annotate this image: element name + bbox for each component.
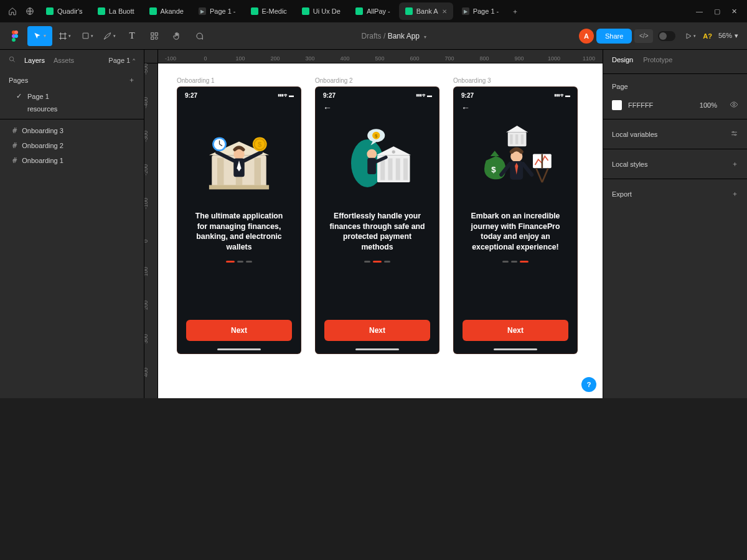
layer-name: Onboarding 1 (22, 157, 63, 164)
status-indicators-icon: ▮▮▮ ᯤ ▬ (554, 93, 570, 98)
browser-tab[interactable]: La Buott (92, 2, 141, 20)
tab-favicon-icon (302, 7, 309, 15)
artboard-frame[interactable]: 9:27 ▮▮▮ ᯤ ▬ ← $ Effortlessly handle you… (315, 86, 439, 354)
browser-tab[interactable]: Quadir's (40, 2, 89, 20)
svg-point-5 (12, 38, 16, 42)
tab-design[interactable]: Design (612, 56, 633, 63)
onboarding-illustration: $ (316, 114, 439, 207)
next-button[interactable]: Next (324, 320, 430, 341)
browser-tab[interactable]: ▶ Page 1 - (192, 2, 242, 20)
tab-label: Quadir's (57, 7, 83, 15)
next-button[interactable]: Next (186, 320, 292, 341)
artboard-frame[interactable]: 9:27 ▮▮▮ ᯤ ▬ ← $ Embark on an incredible… (453, 86, 578, 354)
present-button[interactable]: ▾ (680, 26, 700, 46)
visibility-toggle-icon[interactable] (730, 100, 738, 110)
page-item[interactable]: ✓ Page 1 (0, 90, 144, 103)
new-tab-button[interactable]: ＋ (507, 4, 522, 19)
settings-sliders-icon[interactable] (730, 129, 738, 139)
missing-fonts-icon[interactable]: A? (703, 32, 712, 40)
window-close-icon[interactable]: ✕ (731, 7, 737, 16)
add-page-button[interactable]: ＋ (128, 75, 135, 85)
onboarding-illustration: $ (177, 114, 301, 207)
browser-tab[interactable]: Bank A✕ (399, 2, 453, 20)
tab-prototype[interactable]: Prototype (643, 56, 672, 63)
status-time: 9:27 (323, 92, 336, 99)
window-maximize-icon[interactable]: ▢ (714, 7, 720, 16)
svg-text:$: $ (491, 165, 496, 174)
pen-tool[interactable]: ▾ (100, 26, 120, 46)
status-indicators-icon: ▮▮▮ ᯤ ▬ (416, 93, 431, 98)
layer-frame-item[interactable]: # Onboarding 1 (0, 153, 144, 168)
svg-point-4 (14, 34, 18, 38)
svg-point-31 (367, 149, 377, 159)
tab-label: Bank A (416, 7, 438, 15)
page-selector[interactable]: Page 1 ^ (108, 57, 135, 64)
svg-point-2 (14, 30, 18, 34)
ruler-tick: 100 (235, 55, 245, 62)
breadcrumb[interactable]: Drafts / Bank App ▾ (212, 32, 576, 40)
svg-point-30 (392, 150, 395, 153)
page-background-row[interactable]: FFFFFF 100% (603, 95, 747, 115)
svg-rect-37 (510, 134, 512, 144)
help-button[interactable]: ? (581, 377, 596, 392)
artboard-frame[interactable]: 9:27 ▮▮▮ ᯤ ▬ $ The ultimate application … (177, 86, 301, 354)
window-minimize-icon[interactable]: — (696, 7, 703, 16)
local-variables-row[interactable]: Local variables (603, 123, 747, 145)
browser-tab[interactable]: AllPay - (349, 2, 397, 20)
browser-tab[interactable]: ▶ Page 1 - (456, 2, 505, 20)
search-icon[interactable] (9, 56, 16, 64)
frame-title-label[interactable]: Onboarding 2 (315, 77, 439, 84)
ruler-tick: 800 (479, 55, 489, 62)
svg-rect-39 (521, 134, 524, 144)
next-button[interactable]: Next (463, 320, 568, 341)
tab-label: Akande (161, 7, 184, 15)
app-toolbar: ▼ ▾ ▾ ▾ T Drafts / Bank App ▾ A Share </… (0, 22, 747, 50)
toggle-switch[interactable] (658, 31, 675, 41)
svg-rect-9 (151, 37, 154, 39)
browser-tab[interactable]: Ui Ux De (296, 2, 347, 20)
add-style-button[interactable]: ＋ (731, 159, 738, 169)
zoom-level[interactable]: 56%▾ (715, 32, 742, 40)
layer-frame-item[interactable]: # Onboarding 3 (0, 123, 144, 138)
tab-close-icon[interactable]: ✕ (442, 8, 447, 15)
dev-mode-toggle[interactable]: </> (634, 29, 653, 43)
text-tool[interactable]: T (122, 26, 142, 46)
layer-frame-item[interactable]: # Onboarding 2 (0, 138, 144, 153)
share-button[interactable]: Share (596, 29, 632, 44)
shape-tool[interactable]: ▾ (77, 26, 97, 46)
resources-tool[interactable] (144, 26, 164, 46)
ruler-tick: -300 (144, 131, 149, 142)
avatar[interactable]: A (579, 29, 594, 44)
page-item[interactable]: resources (0, 103, 144, 115)
comment-tool[interactable] (189, 26, 209, 46)
tab-layers[interactable]: Layers (24, 57, 45, 64)
svg-rect-13 (217, 158, 224, 185)
back-button[interactable]: ← (316, 101, 439, 114)
frame-tool[interactable]: ▾ (55, 26, 75, 46)
ruler-horizontal: -100010020030040050060070080090010001100 (158, 50, 603, 63)
ruler-tick: 1100 (583, 55, 595, 62)
tab-assets[interactable]: Assets (54, 57, 74, 64)
ruler-corner (144, 50, 158, 63)
home-icon[interactable] (5, 4, 20, 19)
local-styles-row[interactable]: Local styles ＋ (603, 153, 747, 175)
figma-menu-icon[interactable] (5, 26, 25, 46)
add-export-button[interactable]: ＋ (731, 189, 738, 198)
status-time: 9:27 (185, 92, 197, 99)
frame-title-label[interactable]: Onboarding 1 (177, 77, 301, 84)
hand-tool[interactable] (167, 26, 187, 46)
tab-favicon-icon (149, 7, 157, 15)
frame-title-label[interactable]: Onboarding 3 (453, 77, 578, 84)
move-tool[interactable]: ▼ (27, 26, 52, 46)
browser-tab[interactable]: Akande (143, 2, 190, 20)
browser-tab[interactable]: E-Medic (245, 2, 293, 20)
back-button[interactable]: ← (454, 101, 577, 114)
breadcrumb-root: Drafts (362, 32, 382, 40)
svg-rect-7 (151, 32, 154, 35)
export-row[interactable]: Export ＋ (603, 183, 747, 205)
canvas[interactable]: -100010020030040050060070080090010001100… (144, 50, 603, 398)
status-bar: 9:27 ▮▮▮ ᯤ ▬ (177, 87, 301, 101)
globe-icon[interactable] (22, 4, 37, 19)
color-swatch[interactable] (612, 100, 622, 110)
canvas-stage[interactable]: Onboarding 1 9:27 ▮▮▮ ᯤ ▬ $ The ultimate… (158, 63, 603, 398)
